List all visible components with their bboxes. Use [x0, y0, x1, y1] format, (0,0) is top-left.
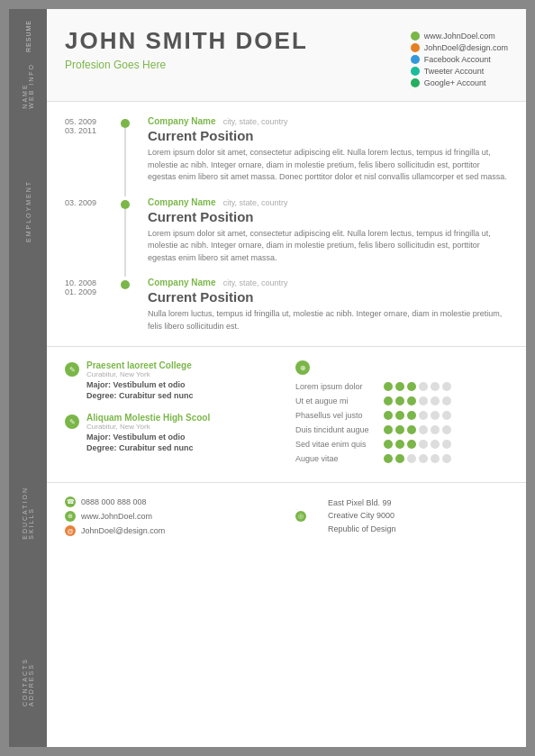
job2-company-row: Company Name city, state, country [148, 196, 508, 207]
job2-location: city, state, country [223, 198, 288, 207]
address-street: East Pixel Bld. 99 [328, 496, 396, 509]
skill-dot-empty [431, 454, 440, 463]
job-content-3: Company Name city, state, country Curren… [128, 277, 508, 332]
skill-dot-empty [442, 396, 451, 405]
job2-title: Current Position [148, 209, 508, 224]
edu-details-1: Major: Vestibulum et odio Degree: Curabi… [86, 380, 277, 400]
web-website: www.JohnDoel.com [411, 32, 508, 41]
skill-dot-filled [384, 411, 393, 420]
skill-dots-4 [384, 440, 451, 449]
job-marker-2 [121, 200, 130, 209]
website-icon [411, 32, 420, 41]
contact-website-icon: ⊕ [65, 511, 76, 522]
job3-company: Company Name [148, 278, 216, 287]
major-label: Major: [86, 380, 111, 389]
skill-dots-1 [384, 396, 451, 405]
job-content-2: Company Name city, state, country Curren… [128, 196, 508, 265]
address-country: Republic of Design [328, 523, 396, 535]
sidebar: resume NAMEWEB INFO EMPLOYMENT EDUCATION… [9, 9, 47, 747]
skill-dot-filled [384, 454, 393, 463]
job2-company: Company Name [148, 197, 216, 207]
job-dates-1: 05. 2009 03. 2011 [65, 115, 128, 184]
contact-phone: ☎ 0888 000 888 008 [65, 496, 277, 507]
edu-entry-2: ✎ Aliquam Molestie High Scool Curabitur,… [65, 413, 277, 452]
email-icon [411, 43, 420, 52]
job-line-1 [124, 128, 126, 196]
skill-dot-filled [407, 440, 416, 449]
skill-dots-0 [384, 382, 451, 391]
skill-dot-filled [395, 411, 404, 420]
sidebar-education-label: EDUCATIONSKILLS [22, 487, 34, 540]
sidebar-employment-label: EMPLOYMENT [25, 180, 32, 242]
skill-name-0: Lorem ipsum dolor [295, 382, 376, 391]
skill-item-2: Phasellus vel justo [295, 411, 508, 420]
sidebar-contacts-label: CONTACTSADDRESS [22, 658, 34, 706]
phone-icon: ☎ [65, 496, 76, 507]
skill-dot-filled [395, 454, 404, 463]
job3-end: 01. 2009 [65, 287, 128, 296]
job-entry-2: 03. 2009 Company Name city, state, count… [65, 196, 508, 265]
skill-dot-empty [407, 454, 416, 463]
job3-desc: Nulla lorem luctus, tempus id fringilla … [148, 308, 508, 332]
profession: Profesion Goes Here [65, 59, 308, 71]
skill-item-0: Lorem ipsum dolor [295, 382, 508, 391]
web-email: JohnDoel@design.com [411, 43, 508, 52]
job1-company: Company Name [148, 116, 216, 126]
website-url: www.JohnDoel.com [424, 32, 495, 41]
web-twitter: Tweeter Account [411, 67, 508, 76]
facebook-icon [411, 55, 420, 64]
education-col: ✎ Praesent laoreet College Curabitur, Ne… [65, 360, 277, 469]
job-entry-1: 05. 2009 03. 2011 Company Name city, sta… [65, 115, 508, 184]
contact-website-url: www.JohnDoel.com [81, 512, 152, 521]
name-area: JOHN SMITH DOEL Profesion Goes Here [65, 27, 308, 71]
edu-school-info-2: Aliquam Molestie High Scool Curabitur, N… [86, 413, 210, 431]
edu-entry-1: ✎ Praesent laoreet College Curabitur, Ne… [65, 360, 277, 400]
skill-dot-empty [419, 411, 428, 420]
job2-desc: Lorem ipsum dolor sit amet, consectetur … [148, 228, 508, 265]
major-label2: Major: [86, 433, 111, 442]
edu-icon-1: ✎ [65, 362, 79, 377]
skill-dot-filled [384, 382, 393, 391]
header-section: JOHN SMITH DOEL Profesion Goes Here www.… [47, 9, 526, 102]
sidebar-name-label: NAMEWEB INFO [22, 63, 34, 109]
main-content: JOHN SMITH DOEL Profesion Goes Here www.… [47, 9, 526, 747]
skill-item-4: Sed vitae enim quis [295, 440, 508, 449]
school2-degree-value: Curabitur sed nunc [119, 443, 194, 452]
edu-icon-2: ✎ [65, 414, 79, 429]
skill-dot-empty [431, 411, 440, 420]
job-marker-3 [121, 280, 130, 289]
skill-dot-empty [419, 454, 428, 463]
skill-dot-empty [442, 411, 451, 420]
job1-desc: Lorem ipsum dolor sit amet, consectetur … [148, 147, 508, 184]
email-address: JohnDoel@design.com [424, 43, 508, 52]
skill-dot-empty [419, 396, 428, 405]
skill-dot-empty [442, 425, 451, 434]
skill-dot-empty [419, 382, 428, 391]
school2-major-value: Vestibulum et odio [113, 433, 186, 442]
skill-dot-empty [431, 382, 440, 391]
employment-section: 05. 2009 03. 2011 Company Name city, sta… [47, 102, 526, 347]
skill-dot-empty [419, 440, 428, 449]
job1-location: city, state, country [223, 117, 288, 126]
skill-dots-3 [384, 425, 451, 434]
skill-dot-filled [407, 425, 416, 434]
school2-name: Aliquam Molestie High Scool [86, 413, 210, 423]
job-dates-2: 03. 2009 [65, 196, 128, 265]
school2-major: Major: Vestibulum et odio [86, 433, 277, 442]
contact-email: @ JohnDoel@design.com [65, 525, 277, 536]
google-icon [411, 78, 420, 87]
address-icon: ◎ [295, 511, 306, 522]
address-city: Creative City 9000 [328, 509, 396, 522]
skill-dot-empty [431, 425, 440, 434]
skill-dot-empty [419, 425, 428, 434]
skill-name-4: Sed vitae enim quis [295, 440, 376, 449]
skill-dot-filled [384, 396, 393, 405]
job2-start: 03. 2009 [65, 198, 128, 207]
skill-dot-filled [407, 411, 416, 420]
contacts-left: ☎ 0888 000 888 008 ⊕ www.JohnDoel.com @ … [65, 496, 277, 536]
skill-dot-filled [395, 440, 404, 449]
edu-school-info-1: Praesent laoreet College Curabitur, New … [86, 360, 192, 378]
skill-dot-empty [431, 440, 440, 449]
job-line-2 [124, 209, 126, 278]
school1-degree-value: Curabitur sed nunc [119, 391, 194, 400]
